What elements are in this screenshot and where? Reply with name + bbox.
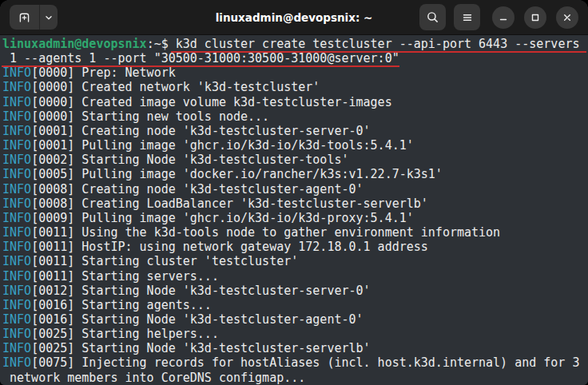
- log-line: INFO[0011] Starting cluster 'testcluster…: [2, 254, 588, 268]
- log-line: INFO[0005] Pulling image 'docker.io/ranc…: [2, 167, 588, 181]
- log-text: [0001] Creating node 'k3d-testcluster-se…: [31, 124, 370, 138]
- log-text: [0016] Starting agents...: [31, 298, 212, 312]
- log-line: INFO[0001] Creating node 'k3d-testcluste…: [2, 124, 588, 138]
- log-text: [0009] Pulling image 'ghcr.io/k3d-io/k3d…: [31, 211, 414, 225]
- log-text: [0011] Using the k3d-tools node to gathe…: [31, 225, 500, 240]
- log-line: INFO[0012] Starting Node 'k3d-testcluste…: [2, 284, 588, 298]
- log-text: [0016] Starting Node 'k3d-testcluster-ag…: [31, 312, 363, 327]
- command-text-continued: 1 --agents 1 --port "30500-31000:30500-3…: [2, 51, 399, 65]
- log-level: INFO: [2, 95, 31, 109]
- search-button[interactable]: [419, 4, 446, 30]
- log-level: INFO: [2, 298, 31, 312]
- command-wrap-line: 1 --agents 1 --port "30500-31000:30500-3…: [2, 51, 588, 65]
- log-level: INFO: [2, 124, 31, 138]
- log-text: network members into CoreDNS configmap..…: [2, 371, 305, 385]
- log-level: INFO: [2, 254, 31, 268]
- prompt-line: linuxadmin@devopsnix:~$ k3d cluster crea…: [2, 37, 588, 51]
- menu-icon: [461, 11, 474, 24]
- log-level: INFO: [2, 80, 31, 94]
- log-line: INFO[0011] Starting servers...: [2, 269, 588, 284]
- window-titlebar: linuxadmin@devopsnix: ~: [0, 0, 588, 35]
- log-text: [0005] Pulling image 'docker.io/rancher/…: [31, 167, 443, 181]
- log-line: network members into CoreDNS configmap..…: [2, 371, 588, 385]
- log-level: INFO: [2, 312, 31, 327]
- log-line: INFO[0016] Starting Node 'k3d-testcluste…: [2, 312, 588, 327]
- log-level: INFO: [2, 225, 31, 240]
- terminal-window: linuxadmin@devopsnix: ~: [0, 0, 588, 385]
- log-line: INFO[0009] Pulling image 'ghcr.io/k3d-io…: [2, 211, 588, 225]
- minimize-icon: [497, 11, 510, 24]
- log-level: INFO: [2, 284, 31, 298]
- log-level: INFO: [2, 211, 31, 225]
- log-level: INFO: [2, 269, 31, 284]
- log-level: INFO: [2, 65, 31, 80]
- log-text: [0025] Starting helpers...: [31, 327, 219, 341]
- log-text: [0000] Created image volume k3d-testclus…: [31, 95, 392, 109]
- log-level: INFO: [2, 182, 31, 196]
- log-line: INFO[0025] Starting Node 'k3d-testcluste…: [2, 341, 588, 355]
- terminal-screen[interactable]: linuxadmin@devopsnix:~$ k3d cluster crea…: [0, 35, 588, 385]
- log-text: [0000] Prep: Network: [31, 65, 176, 80]
- log-text: [0008] Creating LoadBalancer 'k3d-testcl…: [31, 196, 428, 211]
- log-line: INFO[0001] Pulling image 'ghcr.io/k3d-io…: [2, 138, 588, 153]
- log-text: [0011] Starting cluster 'testcluster': [31, 254, 298, 268]
- log-text: [0008] Creating node 'k3d-testcluster-ag…: [31, 182, 363, 196]
- log-level: INFO: [2, 196, 31, 211]
- tab-button-group: [10, 5, 58, 30]
- log-level: INFO: [2, 138, 31, 153]
- log-level: INFO: [2, 355, 31, 370]
- log-text: [0075] Injecting records for hostAliases…: [31, 355, 579, 370]
- log-text: [0002] Starting Node 'k3d-testcluster-to…: [31, 153, 348, 167]
- prompt-path: ~: [154, 37, 161, 51]
- log-line: INFO[0011] Using the k3d-tools node to g…: [2, 225, 588, 240]
- command-text: k3d cluster create testcluster --api-por…: [176, 37, 580, 51]
- log-level: INFO: [2, 240, 31, 254]
- window-title: linuxadmin@devopsnix: ~: [216, 11, 373, 24]
- log-text: [0011] HostIP: using network gateway 172…: [31, 240, 428, 254]
- log-line: INFO[0000] Created image volume k3d-test…: [2, 95, 588, 109]
- log-lines: INFO[0000] Prep: NetworkINFO[0000] Creat…: [2, 65, 588, 384]
- menu-button[interactable]: [454, 4, 480, 30]
- log-line: INFO[0016] Starting agents...: [2, 298, 588, 312]
- new-tab-icon: [18, 10, 31, 24]
- log-level: INFO: [2, 153, 31, 167]
- prompt-symbol: $: [161, 37, 176, 51]
- log-level: INFO: [2, 109, 31, 124]
- log-level: INFO: [2, 167, 31, 181]
- log-line: INFO[0002] Starting Node 'k3d-testcluste…: [2, 153, 588, 167]
- command-underline-annotation-2: [2, 65, 399, 67]
- log-text: [0001] Pulling image 'ghcr.io/k3d-io/k3d…: [31, 138, 414, 153]
- log-text: [0000] Starting new tools node...: [31, 109, 269, 124]
- log-level: INFO: [2, 327, 31, 341]
- minimize-button[interactable]: [492, 6, 514, 29]
- log-line: INFO[0025] Starting helpers...: [2, 327, 588, 341]
- log-text: [0000] Created network 'k3d-testcluster': [31, 80, 320, 94]
- tab-switcher-button[interactable]: [39, 5, 58, 30]
- prompt-separator: :: [147, 37, 154, 51]
- log-level: INFO: [2, 341, 31, 355]
- command-underline-annotation-1: [171, 51, 586, 53]
- log-line: INFO[0000] Created network 'k3d-testclus…: [2, 80, 588, 94]
- maximize-button[interactable]: [524, 6, 546, 29]
- close-button[interactable]: [556, 6, 578, 29]
- log-line: INFO[0075] Injecting records for hostAli…: [2, 355, 588, 370]
- log-line: INFO[0000] Prep: Network: [2, 65, 588, 80]
- log-line: INFO[0000] Starting new tools node...: [2, 109, 588, 124]
- log-line: INFO[0008] Creating node 'k3d-testcluste…: [2, 182, 588, 196]
- close-icon: [561, 11, 574, 24]
- log-line: INFO[0008] Creating LoadBalancer 'k3d-te…: [2, 196, 588, 211]
- prompt-user-host: linuxadmin@devopsnix: [2, 37, 147, 51]
- log-text: [0011] Starting servers...: [31, 269, 219, 284]
- new-tab-button[interactable]: [10, 5, 39, 30]
- chevron-down-icon: [43, 12, 54, 23]
- search-icon: [426, 10, 439, 24]
- maximize-icon: [529, 11, 542, 24]
- log-line: INFO[0011] HostIP: using network gateway…: [2, 240, 588, 254]
- log-text: [0012] Starting Node 'k3d-testcluster-se…: [31, 284, 370, 298]
- log-text: [0025] Starting Node 'k3d-testcluster-se…: [31, 341, 370, 355]
